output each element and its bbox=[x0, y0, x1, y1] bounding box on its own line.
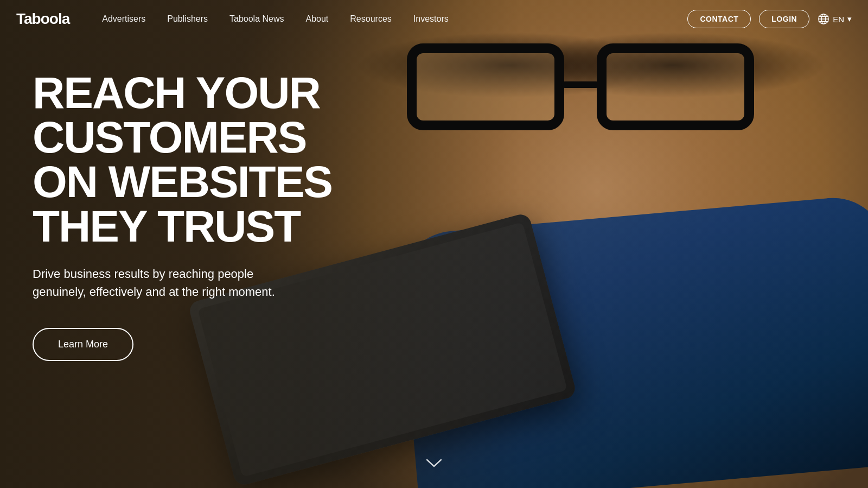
hero-content: REACH YOUR CUSTOMERS ON WEBSITES THEY TR… bbox=[33, 71, 332, 361]
hero-subtitle: Drive business results by reaching peopl… bbox=[33, 265, 304, 301]
nav-links: Advertisers Publishers Taboola News Abou… bbox=[102, 14, 687, 24]
language-label: EN bbox=[833, 15, 844, 24]
contact-button[interactable]: CONTACT bbox=[687, 10, 751, 28]
nav-actions: CONTACT LOGIN EN ▾ bbox=[687, 10, 852, 28]
scroll-indicator[interactable] bbox=[426, 457, 442, 472]
learn-more-button[interactable]: Learn More bbox=[33, 328, 133, 361]
hero-title-line2: CUSTOMERS bbox=[33, 112, 306, 162]
navbar: Taboola Advertisers Publishers Taboola N… bbox=[0, 0, 868, 38]
nav-link-taboola-news[interactable]: Taboola News bbox=[229, 14, 284, 24]
nav-link-publishers[interactable]: Publishers bbox=[167, 14, 208, 24]
language-selector[interactable]: EN ▾ bbox=[818, 13, 852, 25]
hero-section: Taboola Advertisers Publishers Taboola N… bbox=[0, 0, 868, 488]
chevron-down-scroll-icon bbox=[426, 458, 442, 468]
glasses-left-lens bbox=[407, 43, 564, 130]
login-button[interactable]: LOGIN bbox=[759, 10, 809, 28]
hero-title-line3: ON WEBSITES bbox=[33, 157, 332, 206]
hero-glasses bbox=[407, 33, 787, 141]
nav-link-investors[interactable]: Investors bbox=[413, 14, 449, 24]
logo[interactable]: Taboola bbox=[16, 10, 69, 28]
hero-title-line4: THEY TRUST bbox=[33, 201, 300, 251]
chevron-down-icon: ▾ bbox=[847, 14, 852, 24]
hero-title-line1: REACH YOUR bbox=[33, 68, 320, 117]
logo-text: Taboola bbox=[16, 10, 69, 28]
glasses-right-lens bbox=[597, 43, 754, 130]
globe-icon bbox=[818, 13, 829, 25]
nav-link-resources[interactable]: Resources bbox=[350, 14, 391, 24]
nav-link-about[interactable]: About bbox=[306, 14, 329, 24]
hero-title: REACH YOUR CUSTOMERS ON WEBSITES THEY TR… bbox=[33, 71, 332, 249]
glasses-bridge bbox=[561, 81, 599, 88]
nav-link-advertisers[interactable]: Advertisers bbox=[102, 14, 145, 24]
